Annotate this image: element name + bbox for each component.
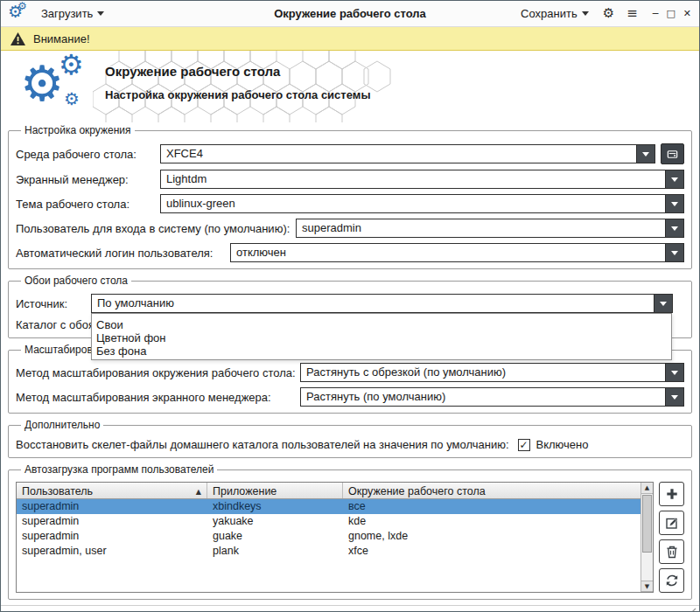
combo-value: ublinux-green	[161, 195, 665, 212]
hexagon-pattern	[93, 51, 395, 122]
chevron-down-icon[interactable]	[665, 364, 683, 381]
combo-value: Lightdm	[161, 170, 665, 188]
restore-skel-label: Восстановить скелет-файлы домашнего ката…	[16, 438, 509, 451]
table-row[interactable]: superadmin xbindkeys все	[17, 499, 640, 514]
delete-entry-button[interactable]	[659, 539, 684, 564]
table-scrollbar[interactable]: ▲ ▼	[640, 483, 653, 592]
chevron-down-icon[interactable]	[654, 295, 672, 312]
restore-skel-checkbox[interactable]: ✓	[518, 439, 530, 451]
checkbox-state-label: Включено	[536, 438, 589, 451]
column-header-application[interactable]: Приложение	[207, 483, 343, 498]
statusbar	[1, 605, 699, 612]
dropdown-option-custom[interactable]: Свои	[92, 318, 671, 331]
row-de-scaling-method: Метод масштабирования окружения рабочего…	[16, 363, 684, 382]
load-button-label: Загрузить	[41, 7, 93, 20]
de-scaling-method-select[interactable]: Растянуть с обрезкой (по умолчанию)	[300, 363, 684, 382]
group-additional: Дополнительно Восстановить скелет-файлы …	[8, 419, 692, 458]
cell-user: superadmin	[17, 499, 207, 514]
minimize-button[interactable]: ─	[652, 8, 660, 19]
chevron-down-icon	[97, 11, 104, 16]
chevron-down-icon[interactable]	[665, 244, 683, 261]
table-row[interactable]: superadmin yakuake kde	[17, 514, 640, 529]
group-autostart-legend: Автозагрузка программ пользователей	[21, 463, 217, 476]
chevron-down-icon[interactable]	[636, 145, 654, 163]
row-wallpaper-source: Источник: По умолчанию Свои Цветной фон …	[16, 294, 684, 313]
edit-pencil-icon	[665, 516, 679, 530]
cell-env: xfce	[343, 544, 640, 559]
page-subtitle: Настройка окружения рабочего стола систе…	[105, 88, 371, 101]
table-header-row: Пользователь ▲ Приложение Окружение рабо…	[17, 483, 640, 499]
maximize-button[interactable]: □	[665, 8, 676, 19]
add-entry-button[interactable]	[659, 482, 684, 506]
cell-app: guake	[207, 529, 343, 544]
refresh-icon	[665, 574, 679, 588]
default-login-user-select[interactable]: superadmin	[296, 219, 684, 238]
app-window: Окружение рабочего стола ⚙ ⚙ Загрузить С…	[0, 0, 700, 612]
group-autostart: Автозагрузка программ пользователей Поль…	[8, 463, 692, 600]
scroll-down-icon[interactable]: ▼	[641, 581, 653, 592]
scroll-up-icon[interactable]: ▲	[641, 483, 653, 494]
chevron-down-icon[interactable]	[665, 388, 683, 406]
row-autologin: Автоматический логин пользователя: отклю…	[16, 243, 684, 262]
desktop-environment-label: Среда рабочего стола:	[16, 148, 160, 161]
table-row[interactable]: superadmin, user plank xfce	[17, 544, 640, 559]
refresh-button[interactable]	[659, 568, 684, 593]
load-button[interactable]: Загрузить	[38, 4, 108, 23]
chevron-down-icon[interactable]	[665, 170, 683, 188]
autologin-label: Автоматический логин пользователя:	[16, 247, 230, 260]
checkmark-icon: ✓	[520, 440, 528, 450]
combo-value: Растянуть с обрезкой (по умолчанию)	[301, 364, 665, 381]
combo-value: superadmin	[297, 219, 665, 237]
dropdown-option-none[interactable]: Без фона	[92, 344, 671, 358]
table-empty-area	[17, 559, 640, 592]
app-gears-icon: ⚙ ⚙	[8, 4, 29, 24]
display-manager-label: Экранный менеджер:	[16, 173, 160, 186]
edit-entry-button[interactable]	[659, 511, 684, 535]
hamburger-menu-icon[interactable]: ≡	[625, 7, 640, 20]
column-header-user[interactable]: Пользователь ▲	[17, 483, 207, 498]
combo-value: Растянуть (по умолчанию)	[301, 388, 665, 406]
save-button-label: Сохранить	[521, 7, 578, 20]
wallpaper-source-select[interactable]: По умолчанию Свои Цветной фон Без фона	[91, 294, 673, 313]
display-manager-select[interactable]: Lightdm	[160, 170, 684, 189]
dropdown-option-color[interactable]: Цветной фон	[92, 331, 671, 344]
scrollbar-track[interactable]	[641, 494, 653, 581]
dm-scaling-method-label: Метод масштабирования экранного менеджер…	[16, 391, 300, 404]
main-form: Настройка окружения Среда рабочего стола…	[1, 122, 699, 605]
row-dm-scaling-method: Метод масштабирования экранного менеджер…	[16, 387, 684, 407]
row-display-manager: Экранный менеджер: Lightdm	[16, 170, 684, 189]
page-title: Окружение рабочего стола	[105, 64, 280, 79]
save-button[interactable]: Сохранить	[517, 4, 592, 23]
warning-triangle-icon	[10, 32, 25, 45]
desktop-theme-select[interactable]: ublinux-green	[160, 194, 684, 213]
dm-scaling-method-select[interactable]: Растянуть (по умолчанию)	[300, 387, 684, 407]
chevron-down-icon[interactable]	[665, 219, 683, 237]
cell-app: xbindkeys	[207, 499, 343, 514]
group-additional-legend: Дополнительно	[21, 419, 103, 431]
row-restore-skel: Восстановить скелет-файлы домашнего ката…	[16, 438, 684, 451]
desktop-theme-label: Тема рабочего стола:	[16, 198, 160, 211]
scrollbar-thumb[interactable]	[642, 495, 652, 553]
settings-gear-icon[interactable]: ⚙	[601, 7, 616, 20]
cell-app: plank	[207, 544, 343, 559]
package-manager-button[interactable]	[661, 143, 684, 164]
wallpaper-source-dropdown: Свои Цветной фон Без фона	[91, 313, 672, 360]
combo-value: отключен	[231, 244, 665, 261]
app-logo-gears-icon: ⚙ ⚙ ⚙	[20, 56, 95, 117]
trash-icon	[665, 545, 679, 559]
combo-value: По умолчанию	[92, 295, 654, 312]
warning-text: Внимание!	[33, 32, 90, 45]
table-row[interactable]: superadmin guake gnome, lxde	[17, 529, 640, 544]
resize-grip[interactable]	[686, 608, 696, 612]
titlebar: Окружение рабочего стола ⚙ ⚙ Загрузить С…	[1, 1, 699, 27]
chevron-down-icon	[582, 11, 589, 16]
autologin-select[interactable]: отключен	[230, 243, 684, 262]
cell-env: kde	[343, 514, 640, 529]
close-button[interactable]: ✕	[682, 8, 692, 19]
chevron-down-icon[interactable]	[665, 195, 683, 212]
column-header-environment[interactable]: Окружение рабочего стола	[343, 483, 640, 498]
desktop-environment-select[interactable]: XFCE4	[160, 144, 655, 163]
default-login-user-label: Пользователь для входа в систему (по умо…	[16, 222, 296, 235]
cell-app: yakuake	[207, 514, 343, 529]
cell-env: все	[343, 499, 640, 514]
